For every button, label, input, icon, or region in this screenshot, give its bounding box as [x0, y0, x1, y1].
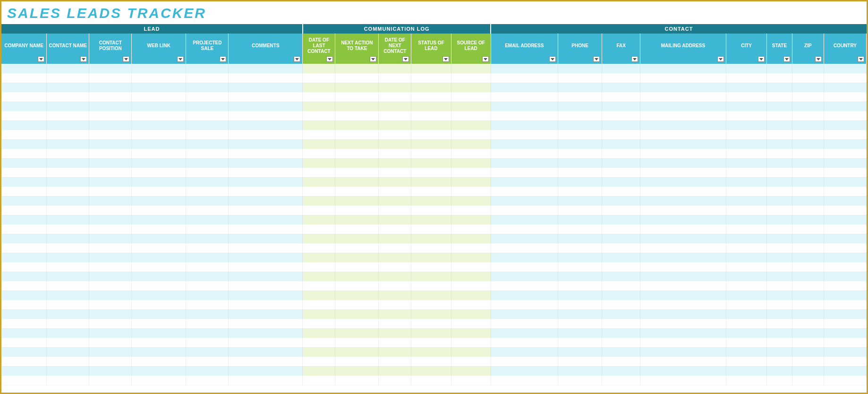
cell[interactable] [602, 291, 640, 300]
cell[interactable] [411, 73, 451, 83]
cell[interactable] [229, 158, 303, 168]
cell[interactable] [335, 177, 379, 187]
cell[interactable] [89, 319, 132, 328]
cell[interactable] [640, 158, 726, 168]
cell[interactable] [726, 357, 766, 366]
cell[interactable] [229, 366, 303, 376]
cell[interactable] [186, 319, 229, 328]
cell[interactable] [132, 366, 186, 376]
column-header[interactable]: STATE [767, 34, 792, 64]
cell[interactable] [1, 291, 47, 300]
cell[interactable] [726, 281, 766, 291]
cell[interactable] [640, 206, 726, 215]
cell[interactable] [411, 319, 451, 328]
cell[interactable] [132, 309, 186, 319]
filter-dropdown-icon[interactable] [783, 56, 790, 62]
cell[interactable] [792, 111, 824, 120]
cell[interactable] [451, 234, 491, 243]
column-header[interactable]: COMPANY NAME [1, 34, 47, 64]
cell[interactable] [824, 196, 866, 206]
cell[interactable] [186, 338, 229, 347]
cell[interactable] [47, 73, 89, 83]
cell[interactable] [411, 206, 451, 215]
cell[interactable] [379, 206, 411, 215]
cell[interactable] [824, 149, 866, 158]
cell[interactable] [558, 376, 602, 385]
cell[interactable] [303, 149, 335, 158]
cell[interactable] [186, 83, 229, 92]
cell[interactable] [726, 83, 766, 92]
cell[interactable] [726, 196, 766, 206]
cell[interactable] [1, 272, 47, 281]
cell[interactable] [1, 309, 47, 319]
cell[interactable] [186, 215, 229, 224]
cell[interactable] [229, 300, 303, 309]
cell[interactable] [1, 64, 47, 73]
cell[interactable] [602, 376, 640, 385]
filter-dropdown-icon[interactable] [38, 56, 44, 62]
cell[interactable] [89, 73, 132, 83]
filter-dropdown-icon[interactable] [593, 56, 600, 62]
cell[interactable] [132, 291, 186, 300]
cell[interactable] [824, 215, 866, 224]
cell[interactable] [1, 357, 47, 366]
cell[interactable] [47, 158, 89, 168]
cell[interactable] [132, 224, 186, 234]
cell[interactable] [640, 149, 726, 158]
cell[interactable] [229, 262, 303, 272]
cell[interactable] [824, 328, 866, 338]
cell[interactable] [335, 111, 379, 120]
cell[interactable] [767, 281, 792, 291]
cell[interactable] [792, 64, 824, 73]
cell[interactable] [303, 357, 335, 366]
cell[interactable] [602, 234, 640, 243]
cell[interactable] [89, 149, 132, 158]
cell[interactable] [602, 196, 640, 206]
cell[interactable] [1, 253, 47, 262]
cell[interactable] [186, 92, 229, 102]
cell[interactable] [558, 253, 602, 262]
cell[interactable] [335, 224, 379, 234]
cell[interactable] [89, 120, 132, 130]
cell[interactable] [640, 253, 726, 262]
cell[interactable] [767, 130, 792, 139]
cell[interactable] [602, 262, 640, 272]
cell[interactable] [47, 262, 89, 272]
cell[interactable] [1, 158, 47, 168]
cell[interactable] [379, 376, 411, 385]
cell[interactable] [726, 328, 766, 338]
cell[interactable] [491, 272, 558, 281]
cell[interactable] [303, 73, 335, 83]
cell[interactable] [726, 102, 766, 111]
filter-dropdown-icon[interactable] [326, 56, 333, 62]
cell[interactable] [767, 139, 792, 149]
cell[interactable] [491, 206, 558, 215]
cell[interactable] [89, 168, 132, 177]
cell[interactable] [229, 139, 303, 149]
cell[interactable] [558, 234, 602, 243]
cell[interactable] [767, 102, 792, 111]
cell[interactable] [640, 168, 726, 177]
cell[interactable] [1, 243, 47, 253]
cell[interactable] [303, 206, 335, 215]
cell[interactable] [792, 149, 824, 158]
filter-dropdown-icon[interactable] [631, 56, 638, 62]
cell[interactable] [451, 291, 491, 300]
cell[interactable] [726, 291, 766, 300]
cell[interactable] [335, 376, 379, 385]
cell[interactable] [132, 243, 186, 253]
cell[interactable] [640, 376, 726, 385]
cell[interactable] [491, 73, 558, 83]
cell[interactable] [186, 64, 229, 73]
cell[interactable] [379, 73, 411, 83]
cell[interactable] [602, 130, 640, 139]
cell[interactable] [89, 243, 132, 253]
cell[interactable] [186, 187, 229, 196]
cell[interactable] [1, 139, 47, 149]
cell[interactable] [89, 253, 132, 262]
cell[interactable] [229, 196, 303, 206]
cell[interactable] [186, 130, 229, 139]
cell[interactable] [89, 357, 132, 366]
cell[interactable] [303, 243, 335, 253]
cell[interactable] [726, 215, 766, 224]
